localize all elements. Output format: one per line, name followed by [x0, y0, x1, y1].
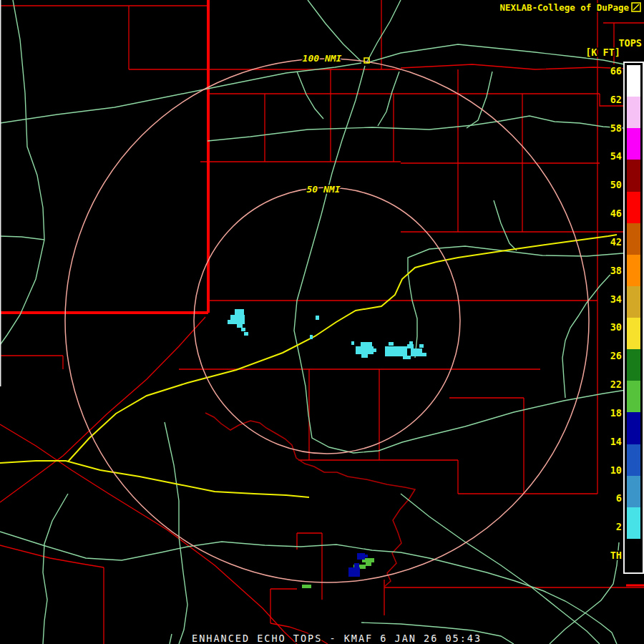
scale-tick-label: 22	[610, 379, 622, 390]
road-green	[43, 494, 68, 644]
color-scale-block	[627, 349, 640, 381]
river-county-border	[205, 413, 415, 587]
road-green	[165, 422, 187, 644]
county-line	[0, 424, 297, 644]
map-edge-line	[0, 0, 1, 386]
road-green	[208, 116, 644, 141]
county-line	[0, 545, 104, 567]
road-green	[367, 0, 401, 62]
color-scale: 66625854504642383430262218141062TH	[610, 62, 643, 573]
river-county-border-layer	[205, 413, 415, 587]
echo-region	[361, 342, 372, 347]
scale-tick-label: 6	[616, 492, 622, 504]
echo-region	[241, 328, 245, 331]
state-border-layer	[0, 0, 208, 313]
color-scale-block	[627, 223, 640, 255]
echo-region	[310, 335, 313, 339]
range-label-50nmi: 50 NMI	[307, 184, 341, 195]
scale-tick-label: 46	[610, 208, 622, 219]
echo-cyan-low-tops	[228, 309, 426, 359]
road-green	[294, 66, 419, 453]
product-caption: ENHANCED ECHO TOPS - KMAF 6 JAN 26 05:43	[192, 633, 482, 644]
echo-region	[356, 346, 374, 354]
scale-tick-label: 42	[610, 236, 622, 248]
scale-tick-label: 26	[610, 350, 622, 361]
color-scale-block	[627, 128, 640, 160]
echo-region	[409, 341, 413, 344]
color-scale-block	[627, 286, 640, 318]
color-scale-block	[627, 65, 640, 97]
echo-region	[403, 356, 411, 359]
road-green	[467, 72, 492, 128]
echo-region	[230, 315, 245, 324]
echo-region	[361, 354, 368, 358]
scale-tick-label: 66	[610, 65, 622, 77]
road-green	[170, 634, 172, 644]
color-scale-block	[627, 97, 640, 129]
range-ring	[65, 59, 589, 582]
road-green	[297, 72, 323, 119]
road-green	[0, 236, 44, 240]
scale-tick-label: 62	[610, 94, 622, 105]
scale-tick-label: 34	[610, 293, 622, 305]
road-green	[401, 494, 600, 644]
echo-region	[385, 346, 407, 356]
map-layers	[0, 0, 644, 644]
color-scale-block	[627, 255, 640, 287]
echo-region	[235, 309, 244, 316]
road-green	[378, 72, 399, 126]
echo-region	[237, 323, 243, 328]
radar-map: 100 NMI 50 NMI NEXLAB-College of DuPage …	[0, 0, 644, 644]
radar-screen: 100 NMI 50 NMI NEXLAB-College of DuPage …	[0, 0, 644, 644]
echo-region	[422, 353, 426, 356]
echo-region	[228, 320, 231, 324]
road-yellow	[0, 461, 309, 497]
echo-region	[364, 555, 368, 557]
color-scale-block	[627, 444, 640, 477]
road-green	[408, 246, 644, 358]
scale-tick-label: TH	[610, 550, 622, 561]
road-green	[0, 63, 361, 123]
scale-title: TOPS	[618, 37, 642, 49]
echo-region	[354, 563, 359, 567]
nexlab-logo-icon	[632, 3, 640, 11]
color-scale-block	[627, 476, 640, 508]
range-rings	[65, 59, 589, 582]
color-scale-block	[627, 412, 640, 444]
echo-region	[316, 316, 319, 320]
color-scale-block	[627, 507, 640, 540]
scale-tick-label: 54	[610, 150, 622, 162]
county-line-layer	[0, 0, 644, 644]
color-scale-block	[627, 160, 640, 192]
brand-text: NEXLAB-College of DuPage	[499, 2, 629, 13]
road-green	[0, 0, 44, 345]
road-yellow	[68, 235, 617, 462]
echo-region	[302, 585, 311, 588]
scale-units: [K FT]	[585, 47, 620, 58]
road-green	[494, 200, 517, 250]
echo-green-mid-tops	[302, 558, 374, 588]
range-label-100nmi: 100 NMI	[303, 53, 342, 64]
echo-region	[389, 342, 394, 346]
scale-tick-label: 30	[610, 321, 622, 333]
echo-region	[244, 332, 248, 336]
scale-tick-label: 10	[610, 464, 622, 476]
scale-tick-label: 18	[610, 407, 622, 419]
color-scale-block	[627, 539, 640, 571]
echo-region	[351, 341, 354, 345]
echo-region	[357, 553, 365, 560]
color-scale-block	[627, 381, 640, 413]
scale-tick-label: 2	[616, 521, 622, 532]
county-line	[0, 317, 205, 502]
echo-region	[373, 348, 376, 352]
color-scale-block	[627, 192, 640, 224]
scale-tick-label: 50	[610, 179, 622, 190]
scale-tick-label: 38	[610, 265, 622, 276]
echo-region	[366, 562, 371, 566]
scale-tick-label: 58	[610, 122, 622, 134]
echo-region	[348, 567, 360, 577]
scale-tick-label: 14	[610, 436, 622, 447]
echo-region	[411, 348, 422, 356]
road-yellow-layer	[0, 235, 617, 497]
color-scale-block	[627, 318, 640, 350]
